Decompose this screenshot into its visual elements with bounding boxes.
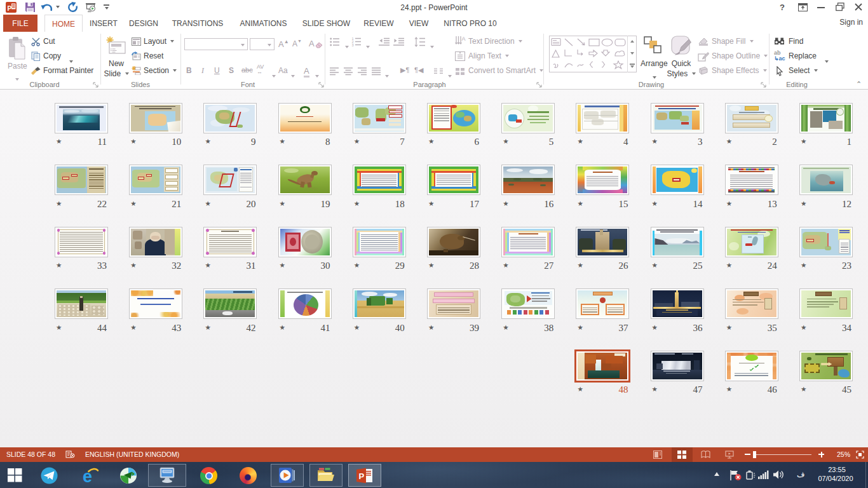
svg-text:A: A	[462, 36, 466, 42]
svg-text:P: P	[359, 471, 365, 481]
svg-text:P: P	[8, 5, 12, 12]
svg-text:3: 3	[352, 43, 354, 47]
